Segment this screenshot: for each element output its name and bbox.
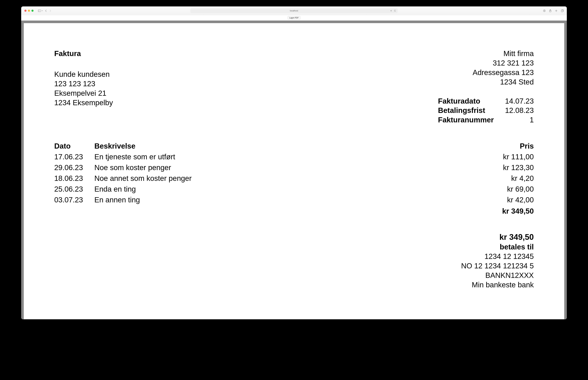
items-header-row: Dato Beskrivelse Pris: [54, 141, 534, 152]
invoice-header: Faktura Kunde kundesen 123 123 123 Eksem…: [54, 49, 534, 125]
item-row: 18.06.23 Noe annet som koster penger kr …: [54, 173, 534, 184]
forward-button[interactable]: [50, 9, 51, 12]
customer-street: Eksempelvei 21: [54, 89, 113, 98]
sidebar-icon: [38, 10, 41, 12]
reload-icon[interactable]: [394, 10, 396, 12]
maximize-window-button[interactable]: [32, 10, 34, 12]
item-date: 29.06.23: [54, 163, 94, 172]
svg-rect-0: [38, 10, 41, 12]
invoice-title: Faktura: [54, 49, 113, 58]
invoice-right-header: Mitt firma 312 321 123 Adressegassa 123 …: [438, 49, 534, 125]
payment-account: 1234 12 12345: [54, 252, 534, 261]
svg-rect-4: [561, 10, 563, 12]
payment-bank-name: Min bankeste bank: [54, 280, 534, 290]
document-frame: Faktura Kunde kundesen 123 123 123 Eksem…: [21, 20, 567, 319]
browser-window: localhost: [21, 6, 567, 319]
col-desc-header: Beskrivelse: [94, 141, 486, 151]
address-bar[interactable]: localhost: [190, 8, 398, 13]
item-description: Noe annet som koster penger: [94, 174, 486, 183]
item-row: 29.06.23 Noe som koster penger kr 123,30: [54, 162, 534, 173]
sidebar-toggle-button[interactable]: [38, 10, 43, 12]
meta-date-value: 14.07.23: [505, 96, 534, 106]
address-text: localhost: [290, 9, 298, 12]
item-price: kr 123,30: [486, 163, 534, 172]
subtotal-row: kr 349,50: [54, 206, 534, 216]
customer-id: 123 123 123: [54, 79, 113, 89]
save-pdf-button[interactable]: Lagre PDF: [287, 16, 301, 19]
meta-due-label: Betalingsfrist: [438, 106, 494, 115]
tabs-overview-icon[interactable]: [561, 9, 564, 12]
meta-due-value: 12.08.23: [505, 106, 534, 115]
item-date: 03.07.23: [54, 195, 94, 205]
item-date: 17.06.23: [54, 152, 94, 162]
downloads-icon[interactable]: [543, 9, 546, 12]
close-window-button[interactable]: [24, 10, 26, 12]
payment-block: kr 349,50 betales til 1234 12 12345 NO 1…: [54, 232, 534, 289]
minimize-window-button[interactable]: [28, 10, 30, 12]
share-icon[interactable]: [549, 9, 552, 12]
meta-number-label: Fakturanummer: [438, 115, 494, 125]
subtotal-value: kr 349,50: [502, 206, 534, 216]
sender-street: Adressegassa 123: [438, 68, 534, 77]
sender-city: 1234 Sted: [438, 77, 534, 87]
item-price: kr 42,00: [486, 195, 534, 205]
customer-block: Kunde kundesen 123 123 123 Eksempelvei 2…: [54, 70, 113, 107]
new-tab-icon[interactable]: [555, 9, 557, 12]
invoice-page: Faktura Kunde kundesen 123 123 123 Eksem…: [24, 23, 564, 319]
item-price: kr 4,20: [486, 174, 534, 183]
customer-city: 1234 Eksempelby: [54, 98, 113, 107]
back-button[interactable]: [45, 9, 47, 12]
payment-iban: NO 12 1234 121234 5: [54, 261, 534, 271]
app-toolbar: Lagre PDF: [21, 15, 567, 20]
col-date-header: Dato: [54, 141, 94, 151]
sender-name: Mitt firma: [438, 49, 534, 58]
item-description: Enda en ting: [94, 184, 486, 194]
item-description: En annen ting: [94, 195, 486, 205]
payment-to-label: betales til: [54, 242, 534, 252]
nav-arrows: [45, 9, 51, 12]
item-price: kr 69,00: [486, 184, 534, 194]
mute-icon[interactable]: [391, 10, 392, 12]
payment-bic: BANKN12XXX: [54, 271, 534, 280]
addressbar-icons: [391, 10, 396, 12]
invoice-left-header: Faktura Kunde kundesen 123 123 123 Eksem…: [54, 49, 113, 107]
item-description: Noe som koster penger: [94, 163, 486, 172]
window-controls: [24, 10, 34, 12]
meta-date-label: Fakturadato: [438, 96, 494, 106]
item-description: En tjeneste som er utført: [94, 152, 486, 162]
line-items: Dato Beskrivelse Pris 17.06.23 En tjenes…: [54, 141, 534, 216]
meta-number-value: 1: [505, 115, 534, 125]
titlebar-left-controls: [38, 9, 51, 12]
item-date: 25.06.23: [54, 184, 94, 194]
item-row: 17.06.23 En tjeneste som er utført kr 11…: [54, 152, 534, 162]
titlebar-right-controls: [543, 9, 564, 12]
payment-total: kr 349,50: [54, 232, 534, 242]
invoice-meta-table: Fakturadato 14.07.23 Betalingsfrist 12.0…: [438, 96, 534, 125]
col-price-header: Pris: [486, 141, 534, 151]
chevron-down-icon: [42, 10, 43, 11]
item-row: 25.06.23 Enda en ting kr 69,00: [54, 184, 534, 194]
invoice-meta: Fakturadato 14.07.23 Betalingsfrist 12.0…: [438, 96, 534, 125]
item-row: 03.07.23 En annen ting kr 42,00: [54, 194, 534, 205]
item-date: 18.06.23: [54, 174, 94, 183]
item-price: kr 111,00: [486, 152, 534, 162]
sender-block: Mitt firma 312 321 123 Adressegassa 123 …: [438, 49, 534, 87]
titlebar: localhost: [21, 6, 567, 15]
customer-name: Kunde kundesen: [54, 70, 113, 79]
sender-orgnr: 312 321 123: [438, 58, 534, 68]
